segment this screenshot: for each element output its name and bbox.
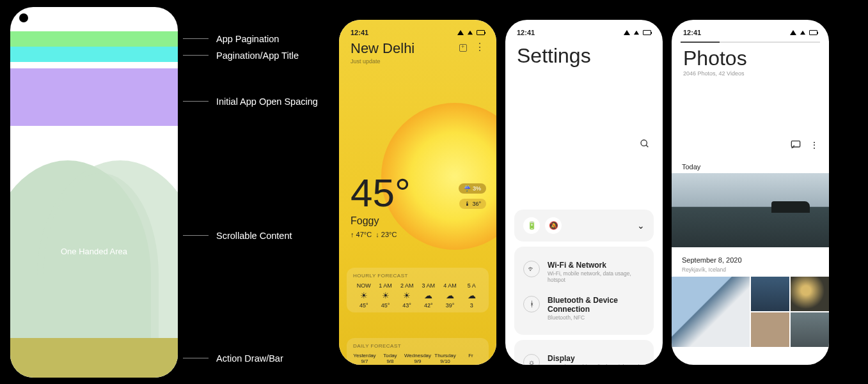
search-icon[interactable] — [640, 139, 650, 151]
photos-phone: 12:41 Photos 2046 Photos, 42 Videos ⋮ To… — [672, 20, 829, 365]
clock: 12:41 — [683, 29, 701, 36]
photo-thumb[interactable] — [791, 312, 829, 347]
page-title: Photos — [672, 43, 829, 70]
daily-col[interactable]: Thursday9/10 — [434, 353, 457, 365]
svg-rect-2 — [791, 141, 800, 146]
settings-item-display[interactable]: ☼ DisplayStatus bar, ambient display, ni… — [523, 348, 645, 365]
photo-thumb[interactable] — [672, 277, 750, 347]
hourly-col: 2 AM☀43° — [396, 282, 418, 309]
signal-icon — [457, 30, 464, 35]
daily-col[interactable]: Today9/8 — [379, 353, 402, 365]
settings-phone: 12:41 Settings 🔋 🔕 ⌄ ᯤ Wi-Fi & NetworkWi… — [505, 20, 663, 365]
more-icon[interactable]: ⋮ — [475, 44, 485, 52]
battery-icon — [477, 30, 485, 35]
hourly-col: 3 AM☁42° — [418, 282, 439, 309]
daily-forecast-card[interactable]: DAILY FORECAST Yesterday9/7 Today9/8 Wed… — [347, 338, 489, 365]
daily-col[interactable]: Wednesday9/9 — [404, 353, 431, 365]
region-open-spacing — [10, 68, 178, 126]
clock: 12:41 — [517, 29, 535, 36]
feels-like-pill: 🌡 36° — [459, 199, 486, 209]
spec-label: Initial App Open Spacing — [216, 96, 318, 107]
hourly-title: HOURLY FORECAST — [353, 273, 482, 279]
camera-hole — [19, 13, 28, 22]
clock: 12:41 — [351, 29, 368, 36]
daily-title: DAILY FORECAST — [353, 343, 482, 349]
photo-grid — [672, 277, 829, 347]
hourly-col: 1 AM☀45° — [375, 282, 397, 309]
cast-icon[interactable] — [791, 140, 801, 151]
more-icon[interactable]: ⋮ — [810, 140, 819, 151]
svg-point-0 — [641, 140, 647, 146]
svg-line-1 — [646, 145, 648, 147]
brightness-icon: ☼ — [523, 354, 540, 365]
hourly-forecast-card[interactable]: HOURLY FORECAST NOW☀45° 1 AM☀45° 2 AM☀43… — [347, 268, 489, 312]
spec-phone-frame: One Handed Area — [10, 7, 178, 378]
chevron-down-icon[interactable]: ⌄ — [637, 220, 645, 231]
temperature: 45° — [351, 173, 411, 213]
spec-labels-column: App Pagination Pagination/App Title Init… — [183, 7, 330, 378]
settings-item-wifi[interactable]: ᯤ Wi-Fi & NetworkWi-Fi, mobile network, … — [523, 254, 645, 289]
layout-spec-panel: One Handed Area App Pagination Paginatio… — [10, 7, 330, 378]
status-bar: 12:41 — [672, 20, 829, 40]
bluetooth-icon: ᚼ — [523, 296, 540, 312]
photo-thumb[interactable] — [791, 277, 829, 311]
signal-icon — [468, 30, 473, 34]
date-label: September 8, 2020 — [672, 254, 829, 266]
signal-icon — [624, 30, 630, 35]
date-section: September 8, 2020 Reykjavík, Iceland — [672, 254, 829, 347]
region-app-title — [10, 47, 178, 62]
settings-group-2: ☼ DisplayStatus bar, ambient display, ni… — [514, 340, 654, 365]
spec-label: Pagination/App Title — [216, 50, 299, 61]
quick-settings-card[interactable]: 🔋 🔕 ⌄ — [514, 210, 654, 242]
progress-bar — [681, 42, 820, 43]
wifi-icon: ᯤ — [523, 261, 540, 277]
status-bar: 12:41 — [339, 20, 496, 40]
condition: Foggy — [351, 215, 411, 227]
photos-count: 2046 Photos, 42 Videos — [672, 70, 829, 77]
status-bar: 12:41 — [505, 20, 663, 40]
hero-photo[interactable] — [672, 173, 829, 247]
photo-thumb[interactable] — [751, 277, 789, 311]
today-section: Today — [672, 160, 829, 247]
today-label: Today — [672, 160, 829, 173]
battery-icon — [643, 30, 651, 35]
page-title: Settings — [505, 40, 663, 70]
hourly-col: 5 A☁3 — [461, 282, 482, 309]
dnd-icon[interactable]: 🔕 — [545, 217, 562, 234]
update-status: Just update — [351, 58, 414, 65]
spec-label: App Pagination — [216, 34, 279, 44]
photo-thumb[interactable] — [751, 312, 789, 347]
weather-phone: 12:41 New Delhi Just update ⋮ 45° Foggy … — [339, 20, 496, 365]
signal-icon — [800, 30, 805, 34]
region-app-pagination — [10, 31, 178, 47]
location-label: Reykjavík, Iceland — [672, 266, 829, 277]
hourly-col: 4 AM☁39° — [439, 282, 461, 309]
settings-item-bluetooth[interactable]: ᚼ Bluetooth & Device ConnectionBluetooth… — [523, 289, 645, 327]
hourly-col: NOW☀45° — [353, 282, 375, 309]
daily-col[interactable]: Yesterday9/7 — [353, 353, 376, 365]
spec-label: Action Draw/Bar — [216, 353, 283, 364]
rain-chance-pill: ☔ 3% — [459, 183, 486, 194]
settings-group-1: ᯤ Wi-Fi & NetworkWi-Fi, mobile network, … — [514, 247, 654, 335]
signal-icon — [634, 30, 639, 34]
status-icons — [457, 29, 485, 36]
spec-label: Scrollable Content — [216, 231, 292, 241]
daily-col[interactable]: Fr — [459, 353, 482, 365]
battery-saver-icon[interactable]: 🔋 — [523, 217, 540, 234]
city-name: New Delhi — [351, 40, 414, 57]
add-city-icon[interactable] — [459, 44, 467, 52]
region-scrollable: One Handed Area — [10, 148, 178, 339]
signal-icon — [790, 30, 796, 35]
region-action-bar — [10, 338, 178, 378]
high-low: ↑ 47°C ↓ 23°C — [351, 231, 411, 238]
battery-icon — [809, 30, 817, 35]
one-handed-label: One Handed Area — [10, 247, 178, 256]
